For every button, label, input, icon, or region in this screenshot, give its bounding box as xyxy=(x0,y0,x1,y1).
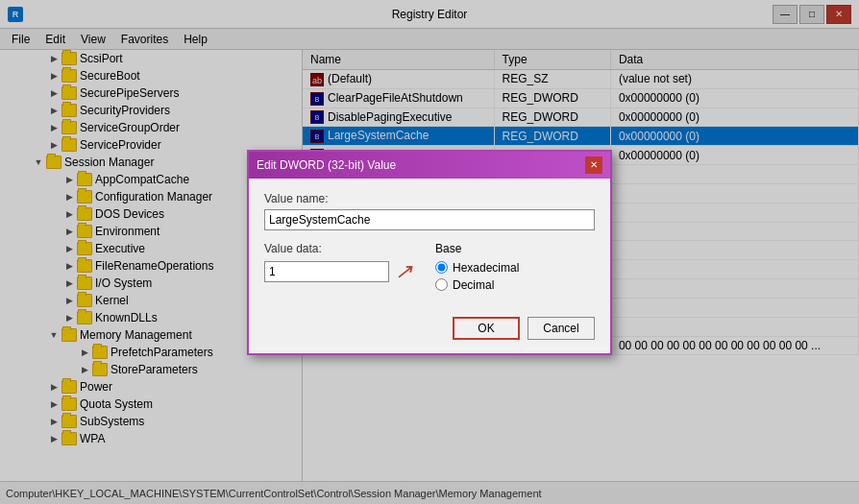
value-data-input[interactable] xyxy=(264,261,389,282)
hex-radio-row[interactable]: Hexadecimal xyxy=(435,261,595,275)
arrow-indicator: ↗ xyxy=(395,259,412,284)
edit-dword-dialog: Edit DWORD (32-bit) Value ✕ Value name: … xyxy=(247,150,612,355)
dialog-overlay: Edit DWORD (32-bit) Value ✕ Value name: … xyxy=(0,0,859,504)
dialog-buttons: OK Cancel xyxy=(249,309,610,353)
hex-radio[interactable] xyxy=(435,261,448,274)
cancel-button[interactable]: Cancel xyxy=(528,317,595,340)
ok-button[interactable]: OK xyxy=(453,317,520,340)
dec-radio-row[interactable]: Decimal xyxy=(435,278,595,292)
dec-label: Decimal xyxy=(453,278,494,292)
dialog-body: Value name: Value data: ↗ Base Hexadecim… xyxy=(249,179,610,309)
value-name-label: Value name: xyxy=(264,192,595,205)
value-name-input[interactable] xyxy=(264,209,595,230)
dec-radio[interactable] xyxy=(435,278,448,291)
dialog-title: Edit DWORD (32-bit) Value xyxy=(257,158,396,172)
dialog-close-button[interactable]: ✕ xyxy=(585,156,602,174)
value-data-section: Value data: ↗ xyxy=(264,242,424,284)
dialog-title-bar: Edit DWORD (32-bit) Value ✕ xyxy=(249,152,610,179)
base-section: Base Hexadecimal Decimal xyxy=(435,242,595,296)
dialog-value-base-row: Value data: ↗ Base Hexadecimal Decimal xyxy=(264,242,595,296)
hex-label: Hexadecimal xyxy=(453,261,519,275)
value-data-label: Value data: xyxy=(264,242,424,255)
base-label: Base xyxy=(435,242,595,255)
